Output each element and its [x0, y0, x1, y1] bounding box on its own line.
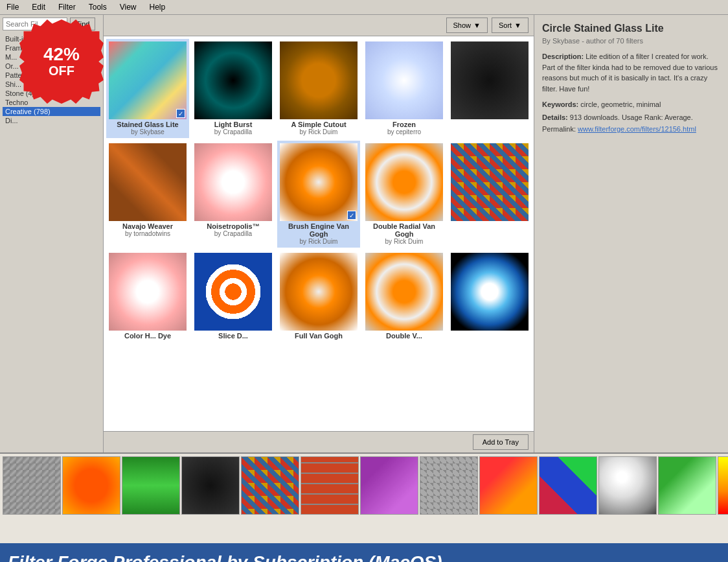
center-content: Show ▼ Sort ▼ ✓Stained Glass Liteby Skyb…	[104, 15, 534, 452]
filter-item[interactable]: A Simple Cutoutby Rick Duim	[277, 39, 360, 138]
description-label: Description:	[542, 53, 584, 60]
tray-thumbnail[interactable]	[301, 456, 359, 515]
menu-bar: File Edit Filter Tools View Help	[0, 0, 728, 15]
tray-thumbnail[interactable]	[479, 456, 538, 515]
tray-thumbnail[interactable]	[539, 456, 597, 515]
keywords-label: Keywords:	[542, 100, 578, 108]
show-button[interactable]: Show ▼	[446, 18, 488, 33]
tray-thumbnail[interactable]	[420, 456, 478, 515]
details-label: Details:	[542, 113, 568, 121]
show-chevron-icon: ▼	[473, 21, 481, 29]
add-tray-row: Add to Tray	[104, 431, 534, 452]
filter-name-label: Frozen	[392, 121, 416, 128]
menu-edit[interactable]: Edit	[28, 1, 49, 13]
filter-author-label: by Skybase	[131, 128, 165, 135]
filter-name-label: Color H... Dye	[124, 332, 171, 340]
filter-name-label: Stained Glass Lite	[117, 121, 178, 128]
tray-area	[0, 452, 728, 543]
bottom-bar-text: Filter Forge Professional by Subscriptio…	[8, 552, 442, 562]
filter-detail-description: Description: Lite edition of a filter I …	[542, 51, 720, 94]
sort-chevron-icon: ▼	[514, 21, 521, 29]
filter-details-row: Details: 913 downloads. Usage Rank: Aver…	[542, 112, 720, 135]
filter-name-label: Full Van Gogh	[295, 332, 343, 340]
main-container: Find Built-in Frame M... Or... Patte... …	[0, 15, 728, 452]
filter-item[interactable]: Color H... Dye	[106, 250, 189, 342]
tray-thumbnail[interactable]	[3, 456, 61, 515]
details-text: 913 downloads. Usage Rank: Average.	[570, 113, 693, 121]
filter-item[interactable]: ✓Stained Glass Liteby Skybase	[106, 39, 189, 138]
filter-thumbnail	[109, 143, 187, 221]
filter-name-label: Navajo Weaver	[122, 222, 173, 230]
badge-shape: 42% OFF	[19, 19, 104, 104]
menu-tools[interactable]: Tools	[85, 1, 111, 13]
filter-item[interactable]: Navajo Weaverby tornadotwins	[106, 141, 189, 248]
tray-thumbnail[interactable]	[598, 456, 657, 515]
tray-thumbnail[interactable]	[241, 456, 299, 515]
filter-author-label: by tornadotwins	[125, 230, 170, 237]
filter-item[interactable]	[448, 39, 531, 138]
filter-thumbnail	[194, 41, 272, 119]
tray-thumbnail[interactable]	[360, 456, 418, 515]
filter-detail-author: By Skybase - author of 70 filters	[542, 37, 720, 45]
filter-keywords-row: Keywords: circle, geometric, minimal	[542, 100, 720, 108]
keywords-value: circle, geometric, minimal	[580, 100, 661, 108]
selected-checkmark: ✓	[176, 109, 185, 118]
selected-checkmark: ✓	[347, 211, 356, 220]
filter-thumbnail	[365, 143, 443, 221]
filter-grid: ✓Stained Glass Liteby SkybaseLight Burst…	[104, 36, 534, 431]
filter-item[interactable]: Slice D...	[192, 250, 275, 342]
filter-author-label: by Crapadilla	[214, 230, 252, 237]
tray-thumbnail[interactable]	[658, 456, 716, 515]
filter-item[interactable]: Light Burstby Crapadilla	[192, 39, 275, 138]
right-panel: Circle Stained Glass Lite By Skybase - a…	[534, 15, 728, 452]
tray-thumbnail[interactable]	[718, 456, 728, 515]
filter-thumbnail: ✓	[109, 41, 187, 119]
badge-percent: 42%	[43, 45, 80, 64]
sort-button[interactable]: Sort ▼	[492, 18, 529, 33]
filter-item[interactable]: Double V...	[363, 250, 446, 342]
filter-thumbnail	[194, 253, 272, 331]
filter-name-label: Noisetropolis™	[207, 222, 259, 230]
sort-label: Sort	[499, 21, 512, 29]
filter-item[interactable]: Noisetropolis™by Crapadilla	[192, 141, 275, 248]
filter-item[interactable]	[448, 250, 531, 342]
filter-thumbnail: ✓	[280, 143, 358, 221]
filter-thumbnail	[451, 253, 529, 331]
filter-author-label: by Rick Duim	[385, 238, 424, 245]
filter-item[interactable]: Double Radial Van Goghby Rick Duim	[363, 141, 446, 248]
permalink-label: Permalink:	[542, 125, 578, 133]
filter-item[interactable]: ✓Brush Engine Van Goghby Rick Duim	[277, 141, 360, 248]
bottom-bar: Filter Forge Professional by Subscriptio…	[0, 543, 728, 562]
filter-item[interactable]: Frozenby cepiterro	[363, 39, 446, 138]
filter-author-label: by Crapadilla	[214, 128, 252, 135]
sidebar-item-creative[interactable]: Creative (798)	[3, 107, 100, 116]
filter-toolbar: Show ▼ Sort ▼	[104, 15, 534, 36]
tray-images	[0, 454, 728, 543]
tray-thumbnail[interactable]	[62, 456, 120, 515]
filter-thumbnail	[280, 253, 358, 331]
menu-filter[interactable]: Filter	[54, 1, 80, 13]
filter-item[interactable]: Full Van Gogh	[277, 250, 360, 342]
filter-name-label: Double Radial Van Gogh	[365, 222, 443, 238]
badge-off: OFF	[49, 64, 74, 78]
filter-thumbnail	[194, 143, 272, 221]
show-label: Show	[453, 21, 472, 29]
filter-thumbnail	[365, 253, 443, 331]
menu-file[interactable]: File	[3, 1, 23, 13]
filter-name-label: Slice D...	[218, 332, 248, 340]
permalink-link[interactable]: www.filterforge.com/filters/12156.html	[578, 125, 696, 133]
filter-thumbnail	[365, 41, 443, 119]
add-to-tray-button[interactable]: Add to Tray	[473, 434, 529, 450]
tray-thumbnail[interactable]	[181, 456, 240, 515]
filter-name-label: A Simple Cutout	[291, 121, 346, 128]
sidebar-item-di[interactable]: Di...	[3, 116, 100, 125]
filter-thumbnail	[451, 41, 529, 119]
filter-name-label: Brush Engine Van Gogh	[280, 222, 358, 238]
filter-item[interactable]	[448, 141, 531, 248]
filter-author-label: by Rick Duim	[300, 238, 338, 245]
tray-thumbnail[interactable]	[122, 456, 180, 515]
filter-name-label: Double V...	[386, 332, 422, 340]
filter-name-label: Light Burst	[214, 121, 253, 128]
menu-view[interactable]: View	[116, 1, 141, 13]
menu-help[interactable]: Help	[146, 1, 170, 13]
